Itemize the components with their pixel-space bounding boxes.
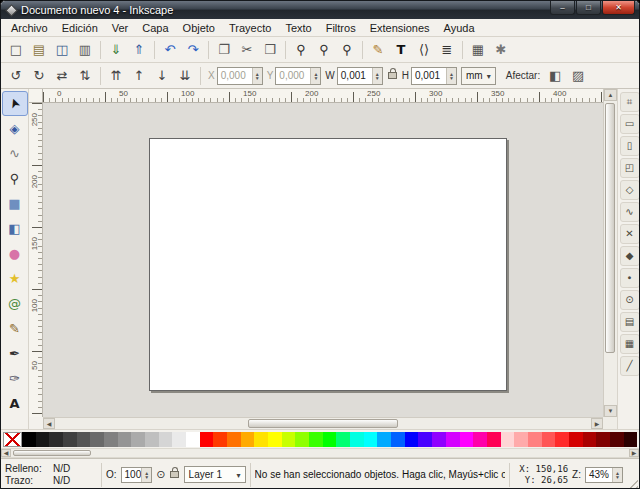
height-field[interactable]: H 0,001: [402, 67, 457, 85]
minimize-button[interactable]: –: [550, 1, 575, 15]
snap-bbox-button[interactable]: ▭: [620, 114, 640, 134]
snap-cusp-nodes-button[interactable]: ◆: [620, 246, 640, 266]
flip-horizontal-button[interactable]: ⇄: [51, 65, 73, 87]
color-swatch[interactable]: [145, 432, 159, 447]
raise-to-top-button[interactable]: ⇈: [105, 65, 127, 87]
color-swatch[interactable]: [542, 432, 556, 447]
open-document-button[interactable]: ▤: [28, 39, 50, 61]
width-field[interactable]: W 0,001: [325, 67, 382, 85]
color-swatch[interactable]: [487, 432, 501, 447]
pencil-tool-button[interactable]: ✎: [2, 316, 28, 341]
spiral-tool-button[interactable]: @: [2, 291, 28, 316]
menu-edicion[interactable]: Edición: [55, 20, 105, 36]
affect-move-gradients-button[interactable]: ◧: [544, 65, 566, 87]
color-swatch[interactable]: [460, 432, 474, 447]
fill-stroke-indicator[interactable]: Relleno: N/D Trazo: N/D: [5, 463, 97, 486]
color-swatch[interactable]: [624, 432, 638, 447]
color-swatch[interactable]: [501, 432, 515, 447]
horizontal-ruler[interactable]: 050100150200250300350400: [43, 89, 603, 103]
color-swatch[interactable]: [309, 432, 323, 447]
horizontal-scrollbar[interactable]: [43, 417, 603, 429]
flip-vertical-button[interactable]: ⇅: [74, 65, 96, 87]
snap-bbox-edges-button[interactable]: ▯: [620, 136, 640, 156]
snap-guides-button[interactable]: ╱: [620, 356, 640, 376]
export-button[interactable]: ⇑: [128, 39, 150, 61]
palette-scroll-right-icon[interactable]: [629, 449, 639, 457]
spinner-icon[interactable]: [372, 68, 382, 84]
raise-button[interactable]: ↑: [128, 65, 150, 87]
align-dialog-button[interactable]: ≣: [436, 39, 458, 61]
color-swatch[interactable]: [104, 432, 118, 447]
menu-ayuda[interactable]: Ayuda: [437, 20, 482, 36]
preferences-button[interactable]: ✱: [490, 39, 512, 61]
color-swatch[interactable]: [350, 432, 364, 447]
color-swatch[interactable]: [418, 432, 432, 447]
palette-scroll-left-icon[interactable]: [1, 449, 11, 457]
save-document-button[interactable]: ◫: [51, 39, 73, 61]
color-swatch[interactable]: [364, 432, 378, 447]
spinner-icon[interactable]: [310, 68, 320, 84]
menu-objeto[interactable]: Objeto: [176, 20, 222, 36]
snap-path-intersections-button[interactable]: ✕: [620, 224, 640, 244]
document-page[interactable]: [149, 138, 507, 391]
snap-midpoints-button[interactable]: ∙: [620, 268, 640, 288]
spinner-icon[interactable]: [612, 468, 622, 482]
selector-tool-button[interactable]: ➤: [2, 91, 28, 116]
color-swatch[interactable]: [36, 432, 50, 447]
undo-button[interactable]: ↶: [159, 39, 181, 61]
color-swatch[interactable]: [172, 432, 186, 447]
color-swatch[interactable]: [241, 432, 255, 447]
color-swatch[interactable]: [336, 432, 350, 447]
color-swatch[interactable]: [377, 432, 391, 447]
copy-button[interactable]: ❐: [213, 39, 235, 61]
snap-bbox-corners-button[interactable]: ◰: [620, 158, 640, 178]
menu-capa[interactable]: Capa: [135, 20, 175, 36]
swatch-none[interactable]: [3, 432, 22, 447]
color-swatch[interactable]: [432, 432, 446, 447]
box3d-tool-button[interactable]: ◧: [2, 216, 28, 241]
color-swatch[interactable]: [295, 432, 309, 447]
color-swatch[interactable]: [569, 432, 583, 447]
import-button[interactable]: ⇓: [105, 39, 127, 61]
zoom-field[interactable]: 43%: [585, 467, 623, 483]
cut-button[interactable]: ✂: [236, 39, 258, 61]
x-field[interactable]: X 0,000: [208, 67, 263, 85]
color-swatch[interactable]: [583, 432, 597, 447]
maximize-button[interactable]: □: [576, 1, 601, 15]
spinner-icon[interactable]: [446, 68, 456, 84]
menu-ver[interactable]: Ver: [105, 20, 136, 36]
vertical-scroll-thumb[interactable]: [605, 103, 615, 353]
node-editor-tool-button[interactable]: ◈: [2, 116, 28, 141]
layer-visibility-icon[interactable]: ⊙: [156, 468, 165, 481]
star-tool-button[interactable]: ★: [2, 266, 28, 291]
color-swatch[interactable]: [200, 432, 214, 447]
color-swatch[interactable]: [610, 432, 624, 447]
text-tool-button[interactable]: A: [2, 391, 28, 416]
lower-to-bottom-button[interactable]: ⇊: [174, 65, 196, 87]
horizontal-scroll-thumb[interactable]: [248, 419, 398, 428]
color-swatch[interactable]: [77, 432, 91, 447]
title-bar[interactable]: Documento nuevo 4 - Inkscape –□✕: [1, 1, 639, 19]
close-button[interactable]: ✕: [602, 1, 635, 15]
palette-scrollbar[interactable]: [1, 448, 639, 458]
lock-ratio-icon[interactable]: [388, 72, 397, 79]
zoom-drawing-button[interactable]: ⚲: [313, 39, 335, 61]
color-swatch[interactable]: [473, 432, 487, 447]
rotate-cw-button[interactable]: ↻: [28, 65, 50, 87]
ellipse-tool-button[interactable]: ●: [2, 241, 28, 266]
layer-selector[interactable]: Layer 1: [184, 466, 246, 483]
menu-extensiones[interactable]: Extensiones: [363, 20, 437, 36]
document-properties-button[interactable]: ▦: [467, 39, 489, 61]
color-swatch[interactable]: [268, 432, 282, 447]
bezier-pen-tool-button[interactable]: ✒: [2, 341, 28, 366]
color-swatch[interactable]: [131, 432, 145, 447]
color-swatch[interactable]: [391, 432, 405, 447]
paste-button[interactable]: ❒: [259, 39, 281, 61]
spinner-icon[interactable]: [252, 68, 262, 84]
rotate-ccw-button[interactable]: ↺: [5, 65, 27, 87]
redo-button[interactable]: ↷: [182, 39, 204, 61]
menu-texto[interactable]: Texto: [278, 20, 318, 36]
opacity-field[interactable]: 100: [121, 467, 153, 483]
zoom-selection-button[interactable]: ⚲: [290, 39, 312, 61]
menu-filtros[interactable]: Filtros: [319, 20, 363, 36]
